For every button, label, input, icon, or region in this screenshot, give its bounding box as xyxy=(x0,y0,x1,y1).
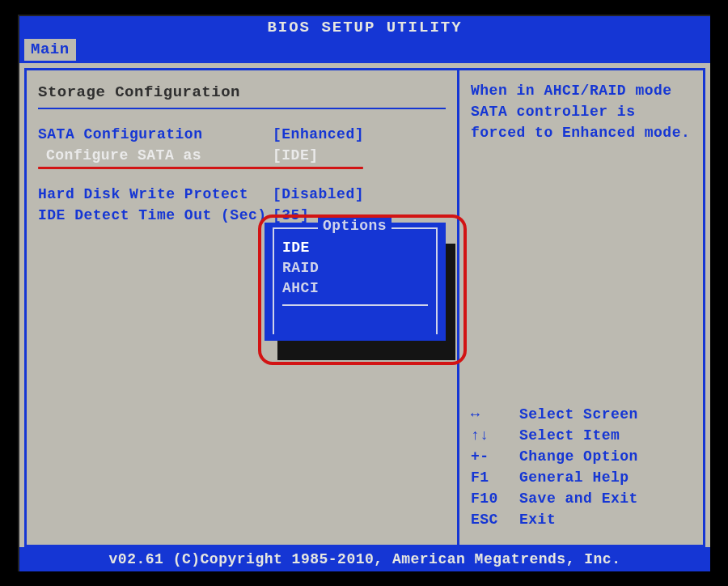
context-help-text: When in AHCI/RAID mode SATA controller i… xyxy=(471,80,692,143)
key-glyph: F10 xyxy=(471,490,519,507)
key-change-option: +- Change Option xyxy=(471,446,692,467)
key-glyph: F1 xyxy=(471,469,519,486)
section-title: Storage Configuration xyxy=(38,80,446,109)
tab-bar: Main xyxy=(19,39,710,63)
content-panes: Storage Configuration SATA Configuration… xyxy=(19,63,710,547)
options-popup: Options IDE RAID AHCI xyxy=(265,223,446,341)
option-ide[interactable]: IDE xyxy=(282,237,428,257)
key-general-help: F1 General Help xyxy=(471,467,692,488)
option-ahci[interactable]: AHCI xyxy=(282,278,428,298)
row-hd-write-protect[interactable]: Hard Disk Write Protect [Disabled] xyxy=(38,184,446,205)
title-bar: BIOS SETUP UTILITY xyxy=(19,16,710,39)
key-glyph: ESC xyxy=(471,512,519,528)
popup-shadow xyxy=(444,244,455,360)
app-title: BIOS SETUP UTILITY xyxy=(267,19,462,36)
setting-value: [35] xyxy=(273,207,309,223)
key-glyph: +- xyxy=(471,448,519,465)
option-raid[interactable]: RAID xyxy=(282,257,428,278)
key-glyph: ↔ xyxy=(471,406,519,423)
row-configure-sata-as[interactable]: Configure SATA as [IDE] xyxy=(38,145,446,166)
key-desc: Exit xyxy=(519,512,556,528)
setting-value: [Enhanced] xyxy=(273,126,364,142)
help-pane: When in AHCI/RAID mode SATA controller i… xyxy=(457,68,705,547)
setting-value: [Disabled] xyxy=(273,186,364,202)
settings-pane: Storage Configuration SATA Configuration… xyxy=(24,68,459,547)
option-label: AHCI xyxy=(282,280,319,296)
key-select-screen: ↔ Select Screen xyxy=(471,404,692,425)
setting-label: Hard Disk Write Protect xyxy=(38,186,273,202)
key-exit: ESC Exit xyxy=(471,509,692,530)
key-desc: Select Screen xyxy=(519,406,638,423)
key-desc: General Help xyxy=(519,469,629,486)
row-sata-configuration[interactable]: SATA Configuration [Enhanced] xyxy=(38,124,446,145)
tab-main[interactable]: Main xyxy=(24,39,76,61)
key-select-item: ↑↓ Select Item xyxy=(471,425,692,446)
footer-text: v02.61 (C)Copyright 1985-2010, American … xyxy=(109,551,621,567)
tab-label: Main xyxy=(31,40,70,58)
option-label: RAID xyxy=(282,260,319,276)
key-save-exit: F10 Save and Exit xyxy=(471,488,692,509)
popup-title: Options xyxy=(318,218,392,234)
key-desc: Select Item xyxy=(519,427,620,444)
annotation-underline xyxy=(38,167,363,169)
setting-label: SATA Configuration xyxy=(38,126,273,142)
popup-shadow xyxy=(277,338,454,360)
key-desc: Save and Exit xyxy=(519,490,638,507)
bios-screen: BIOS SETUP UTILITY Main Storage Configur… xyxy=(18,15,710,571)
key-glyph: ↑↓ xyxy=(471,427,519,444)
footer-bar: v02.61 (C)Copyright 1985-2010, American … xyxy=(19,547,710,571)
setting-label: IDE Detect Time Out (Sec) xyxy=(38,207,273,223)
setting-label: Configure SATA as xyxy=(38,147,273,163)
option-label: IDE xyxy=(282,240,310,256)
setting-value: [IDE] xyxy=(273,147,319,163)
key-legend: ↔ Select Screen ↑↓ Select Item +- Change… xyxy=(471,404,692,535)
key-desc: Change Option xyxy=(519,448,638,465)
